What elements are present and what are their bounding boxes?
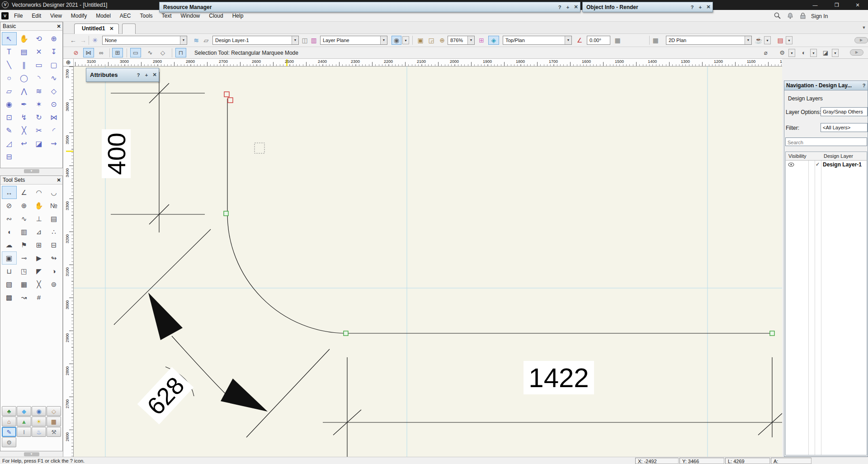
help-icon[interactable]: ? xyxy=(860,83,868,88)
3d-modeling-toolset[interactable]: ▲ xyxy=(17,417,31,426)
push-pull-icon[interactable]: ◪ xyxy=(820,48,831,57)
tag-tool[interactable]: ⚑ xyxy=(17,238,32,251)
radial-dim-tool[interactable]: ◠ xyxy=(32,186,47,199)
detailing-toolset[interactable]: ⚙ xyxy=(2,437,16,447)
protractor-tool[interactable]: ◖ xyxy=(2,225,17,238)
multi-view-icon[interactable]: ⊞ xyxy=(477,36,486,45)
path-tool[interactable]: ↬ xyxy=(47,251,61,265)
scale-bar-tool[interactable]: ⊿ xyxy=(32,225,47,238)
dim-strip-tool[interactable]: ▦ xyxy=(17,278,32,291)
polygon-marquee-mode-icon[interactable]: ◇ xyxy=(157,48,168,57)
chevron-down-icon[interactable]: ▼ xyxy=(467,36,474,44)
furnishing-toolset[interactable]: ▦ xyxy=(47,417,61,426)
help-icon[interactable]: ? xyxy=(134,72,142,78)
arc-tool[interactable]: ◝ xyxy=(32,71,47,85)
fit-page-zoom-icon[interactable]: ▣ xyxy=(416,36,425,45)
background-render-icon[interactable]: ▤ xyxy=(776,36,785,45)
chevron-down-icon[interactable]: ▼ xyxy=(565,36,571,44)
stamp-tool[interactable]: № xyxy=(47,199,61,212)
filter-dropdown[interactable]: <All Layers> xyxy=(821,123,868,132)
chevron-down-icon[interactable]: ▼ xyxy=(764,36,771,44)
spiral-tool[interactable]: ◉ xyxy=(2,98,17,111)
reshape-tool[interactable]: ↯ xyxy=(17,111,32,124)
offset-tool[interactable]: ↩ xyxy=(17,137,32,150)
tape-measure-tool[interactable]: ▤ xyxy=(47,212,61,225)
schedule-tool[interactable]: ⊞ xyxy=(32,238,47,251)
datum-tool[interactable]: ⊥ xyxy=(32,212,47,225)
table-row[interactable]: ✓ Design Layer-1 xyxy=(786,161,867,169)
ruler-origin-icon[interactable]: ⊕ xyxy=(63,59,74,66)
auto-select-mode-icon[interactable]: ⊓ xyxy=(175,48,186,57)
interactive-scaling-mode-icon[interactable]: ⊞ xyxy=(112,48,123,57)
cross-tool[interactable]: ╳ xyxy=(32,278,47,291)
trim-tool[interactable]: ╳ xyxy=(17,124,32,137)
chevron-down-icon[interactable]: ▼ xyxy=(292,36,298,44)
locus-tool[interactable]: ✕ xyxy=(32,45,47,58)
back-arrow-icon[interactable]: ← xyxy=(69,36,78,45)
menu-text[interactable]: Text xyxy=(158,11,176,21)
drawing-label-tool[interactable]: ◤ xyxy=(32,265,47,278)
layer-name[interactable]: Design Layer-1 xyxy=(823,161,862,168)
chevron-down-icon[interactable]: ▼ xyxy=(861,24,867,31)
roll-tool[interactable]: ⊟ xyxy=(2,150,17,163)
window-restore-button[interactable]: ❒ xyxy=(829,0,844,10)
drawing-canvas[interactable]: 4006281422 xyxy=(74,66,782,457)
multiple-object-mode-icon[interactable]: ∞ xyxy=(96,48,107,57)
single-object-mode-icon[interactable]: ⋈ xyxy=(83,48,94,57)
freehand-pen-tool[interactable]: ✎ xyxy=(2,124,17,137)
chevron-down-icon[interactable]: ▼ xyxy=(180,36,187,44)
chevron-down-icon[interactable]: ▼ xyxy=(810,49,817,57)
rotate-plan-icon[interactable]: ∠ xyxy=(575,36,584,45)
lasso-mode-icon[interactable]: ∿ xyxy=(145,48,156,57)
arc-length-dim-tool[interactable]: ◡ xyxy=(47,186,61,199)
count-tool[interactable]: ∴ xyxy=(47,225,61,238)
flyover-tool[interactable]: ⟲ xyxy=(32,32,47,45)
drawing-arc[interactable] xyxy=(227,213,346,333)
clip-tool[interactable]: ⊡ xyxy=(2,111,17,124)
active-plane-dropdown[interactable]: Layer Plane▼ xyxy=(320,36,387,45)
plumbing-toolset[interactable]: ♨ xyxy=(32,427,46,437)
navigation-panel-titlebar[interactable]: Navigation - Design Lay... ? xyxy=(784,81,868,90)
notification-bell-icon[interactable] xyxy=(787,12,794,19)
projection-dropdown[interactable]: 2D Plan▼ xyxy=(666,36,752,45)
north-arrow-tool[interactable]: ▶ xyxy=(32,251,47,265)
class-nav-icon[interactable]: ◫ xyxy=(300,36,309,45)
view-settings-icon[interactable]: ▦ xyxy=(651,36,660,45)
stack-tool[interactable]: ▧ xyxy=(2,278,17,291)
anchor-tool[interactable]: ⊟ xyxy=(47,238,61,251)
chamfer-tool[interactable]: ◿ xyxy=(2,137,17,150)
menu-view[interactable]: View xyxy=(46,11,66,21)
rounded-rectangle-tool[interactable]: ▢ xyxy=(47,58,61,71)
structural-toolset[interactable]: I xyxy=(17,427,31,437)
section-line-tool[interactable]: ⊸ xyxy=(17,251,32,265)
dock-collapse-strip[interactable]: ▼ xyxy=(0,169,63,175)
window-minimize-button[interactable]: — xyxy=(807,0,823,10)
tab-design-layers[interactable]: Design Layers xyxy=(788,95,823,102)
view-mode-icon[interactable]: ◉ xyxy=(392,36,401,45)
menu-help[interactable]: Help xyxy=(228,11,248,21)
zoom-selection-icon[interactable]: ◲ xyxy=(427,36,436,45)
pin-icon[interactable]: + xyxy=(142,72,151,78)
rotate-tool[interactable]: ↻ xyxy=(32,111,47,124)
freehand-tool[interactable]: ∿ xyxy=(47,71,61,85)
disable-snapping-icon[interactable]: ⊘ xyxy=(71,48,81,57)
split-tool[interactable]: ✂ xyxy=(32,124,47,137)
menu-modify[interactable]: Modify xyxy=(67,11,91,21)
plane-mode-icon[interactable]: ▥ xyxy=(309,36,318,45)
building-shell-toolset[interactable]: ⌂ xyxy=(2,417,16,426)
selection-handle-red[interactable] xyxy=(228,98,233,103)
layers-icon[interactable]: ≋ xyxy=(192,36,201,45)
tab-close-icon[interactable]: ✕ xyxy=(109,26,113,31)
irrigation-toolset[interactable]: ◆ xyxy=(17,406,31,416)
polygon-tool[interactable]: ▱ xyxy=(2,85,17,98)
polyline-tool[interactable]: ⋀ xyxy=(17,85,32,98)
menu-cloud[interactable]: Cloud xyxy=(205,11,227,21)
eraser-tool[interactable]: ◪ xyxy=(32,137,47,150)
new-tab-stub[interactable] xyxy=(122,24,136,34)
vertex-handle-green[interactable] xyxy=(224,211,228,216)
connector-tool[interactable]: # xyxy=(32,291,47,304)
pin-icon[interactable]: + xyxy=(696,5,704,10)
chevron-down-icon[interactable]: ▼ xyxy=(745,36,751,44)
center-mark-tool[interactable]: ⊕ xyxy=(17,199,32,212)
close-icon[interactable]: ✕ xyxy=(55,177,62,183)
